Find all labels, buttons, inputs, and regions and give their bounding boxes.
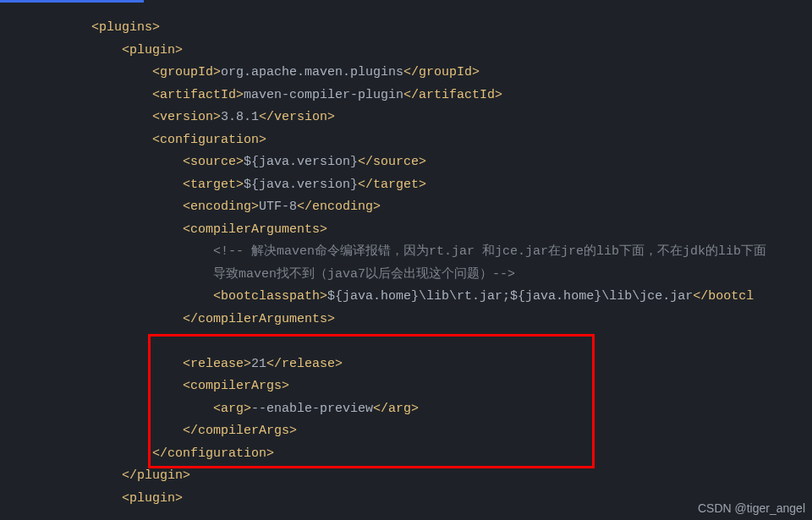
code-line: <encoding>UTF-8</encoding>	[0, 196, 812, 219]
code-line	[0, 331, 812, 353]
code-line: <artifactId>maven-compiler-plugin</artif…	[0, 85, 812, 107]
code-line: <compilerArgs>	[0, 375, 812, 398]
code-line: </configuration>	[0, 443, 812, 466]
code-line: <bootclasspath>${java.home}\lib\rt.jar;$…	[0, 286, 812, 309]
loading-progress	[0, 0, 144, 3]
code-line: <configuration>	[0, 129, 812, 152]
code-line: <arg>--enable-preview</arg>	[0, 398, 812, 421]
code-line: <source>${java.version}</source>	[0, 151, 812, 174]
code-line: <plugin>	[0, 40, 812, 63]
code-line: <plugins>	[0, 17, 812, 40]
code-line: <target>${java.version}</target>	[0, 174, 812, 197]
code-line: <compilerArguments>	[0, 219, 812, 242]
code-line: <version>3.8.1</version>	[0, 107, 812, 129]
code-editor[interactable]: <plugins> <plugin> <groupId>org.apache.m…	[0, 0, 812, 510]
code-line: <!-- 解决maven命令编译报错，因为rt.jar 和jce.jar在jre…	[0, 241, 812, 264]
code-line: <groupId>org.apache.maven.plugins</group…	[0, 62, 812, 85]
watermark-text: CSDN @tiger_angel	[698, 501, 805, 515]
code-line: 导致maven找不到（java7以后会出现这个问题）-->	[0, 264, 812, 287]
code-line: </plugin>	[0, 465, 812, 488]
code-line: <plugin>	[0, 488, 812, 511]
code-line: </compilerArguments>	[0, 309, 812, 331]
code-line: <release>21</release>	[0, 353, 812, 376]
code-line: </compilerArgs>	[0, 420, 812, 443]
